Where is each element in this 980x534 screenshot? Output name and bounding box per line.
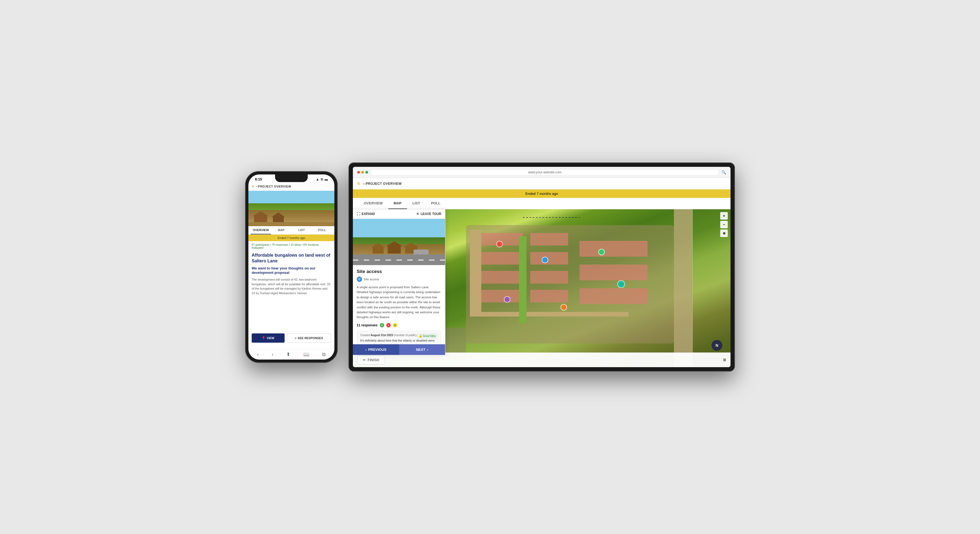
phone-title: Affordable bungalows on land west of Sal… [248, 252, 334, 266]
comment-header-text: Created August 31st 2023 (member of publ… [360, 334, 417, 337]
next-button[interactable]: NEXT › [399, 344, 445, 355]
finish-button-label: FINISH [368, 358, 379, 362]
browser-bar: www.your-website.com 🔍 [353, 167, 730, 178]
phone-notch [275, 174, 308, 182]
forward-arrow-icon[interactable]: › [272, 352, 273, 357]
next-label: NEXT [416, 347, 426, 352]
next-chevron-icon: › [427, 347, 428, 352]
tablet-tab-list[interactable]: LIST [407, 198, 426, 209]
tablet-ended-banner: Ended 7 months ago [353, 190, 730, 198]
tour-category-badge: ⊙ Site access [357, 277, 441, 282]
phone-tab-list[interactable]: LIST [291, 226, 312, 234]
prev-chevron-icon: ‹ [365, 347, 366, 352]
phone-banner-text: Ended 7 months ago [277, 236, 305, 239]
layer-button[interactable]: ⊞ [720, 230, 728, 237]
minimize-dot[interactable] [361, 171, 364, 174]
finish-button[interactable]: ✏ FINISH [357, 355, 385, 365]
pin-icon: 📍 [262, 336, 266, 340]
expand-icon: ⛶ [357, 212, 360, 216]
tablet-device: www.your-website.com 🔍 ≡ ‹ PROJECT OVERV… [348, 163, 735, 371]
category-label: Site access [364, 277, 379, 281]
zoom-out-button[interactable]: − [720, 221, 728, 228]
phone-ended-banner: Ended 7 months ago [248, 234, 334, 241]
comment-author: (member of public) [394, 334, 416, 337]
list-icon: ≡ [295, 336, 296, 340]
phone-device: 8:15 ▲ ⊙ ▬ ≡ ‹ PROJECT OVERVIEW [245, 171, 338, 363]
tablet-app-header: ≡ ‹ PROJECT OVERVIEW [353, 178, 730, 190]
previous-label: PREVIOUS [368, 347, 387, 352]
map-controls: + − ⊞ [720, 212, 728, 237]
back-nav[interactable]: ‹ PROJECT OVERVIEW [256, 185, 291, 188]
category-dot: ⊙ [357, 277, 362, 282]
phone-subtitle: We want to hear your thoughts on our dev… [248, 266, 334, 277]
map-marker-3[interactable] [598, 249, 605, 255]
search-icon[interactable]: 🔍 [722, 170, 726, 174]
battery-icon: ▬ [325, 177, 328, 181]
signal-icon: ▲ [316, 177, 319, 181]
responses-label: 11 responses [357, 324, 378, 327]
compass: N [711, 340, 722, 351]
tablet-back-chevron: ‹ [363, 182, 364, 186]
view-button-label: VIEW [267, 336, 274, 340]
close-icon: ✕ [416, 212, 419, 216]
share-icon[interactable]: ⬆ [286, 351, 290, 357]
red-response-count: 3 [387, 323, 391, 327]
phone-tab-overview[interactable]: OVERVIEW [251, 226, 271, 234]
tablet-content: + − ⊞ N ✏ FINISH ≡ [353, 209, 730, 367]
expand-button[interactable]: ⛶ EXPAND [357, 212, 375, 216]
category-icon: ⊙ [358, 278, 361, 281]
map-marker-4[interactable] [504, 296, 511, 303]
tour-panel: ⛶ EXPAND ✕ LEAVE TOUR [353, 209, 445, 355]
maximize-dot[interactable] [365, 171, 368, 174]
phone-nav: ≡ ‹ PROJECT OVERVIEW [248, 182, 334, 191]
see-responses-button[interactable]: ≡ SEE RESPONSES [287, 333, 331, 343]
tablet-back-nav[interactable]: ‹ PROJECT OVERVIEW [363, 182, 402, 186]
view-button[interactable]: 📍 VIEW [252, 333, 285, 343]
zoom-in-button[interactable]: + [720, 212, 728, 220]
bookmarks-icon[interactable]: 📖 [303, 351, 309, 357]
tabs-icon[interactable]: ⧉ [322, 352, 326, 357]
tablet-back-label: PROJECT OVERVIEW [366, 182, 402, 186]
green-response-count: 4 [380, 323, 384, 327]
hamburger-icon[interactable]: ≡ [252, 184, 254, 189]
phone-body: The development will consist of 43, two-… [248, 277, 334, 295]
tablet-banner-text: Ended 7 months ago [525, 191, 558, 196]
responses-count: 11 responses 4 3 0 [357, 323, 441, 327]
tablet-frame: www.your-website.com 🔍 ≡ ‹ PROJECT OVERV… [348, 163, 735, 371]
hamburger-menu-icon[interactable]: ≡ [723, 357, 726, 363]
comment-tag: 👍 Good Idea [417, 334, 438, 338]
previous-button[interactable]: ‹ PREVIOUS [353, 344, 399, 355]
tablet-screen: www.your-website.com 🔍 ≡ ‹ PROJECT OVERV… [353, 167, 730, 367]
tablet-tabs: OVERVIEW MAP LIST POLL [353, 198, 730, 209]
leave-tour-button[interactable]: ✕ LEAVE TOUR [416, 212, 441, 216]
phone-tab-poll[interactable]: POLL [312, 226, 332, 234]
url-bar[interactable]: www.your-website.com [370, 169, 719, 175]
created-label: Created [360, 334, 370, 337]
tour-nav-buttons: ‹ PREVIOUS NEXT › [353, 344, 445, 355]
map-marker-2[interactable] [542, 257, 548, 263]
tablet-hamburger-icon[interactable]: ≡ [357, 181, 360, 187]
tour-description: A single access point is proposed from S… [357, 285, 441, 320]
phone-tab-map[interactable]: MAP [271, 226, 291, 234]
phone-status-icons: ▲ ⊙ ▬ [316, 177, 328, 181]
phone-frame: 8:15 ▲ ⊙ ▬ ≡ ‹ PROJECT OVERVIEW [245, 171, 338, 363]
tablet-tab-poll[interactable]: POLL [426, 198, 446, 209]
map-marker-active[interactable] [617, 281, 625, 288]
expand-label: EXPAND [361, 212, 375, 216]
back-arrow-icon[interactable]: ‹ [257, 352, 259, 357]
tour-image [353, 219, 445, 265]
back-label: PROJECT OVERVIEW [258, 185, 291, 188]
phone-time: 8:15 [255, 177, 262, 181]
leave-tour-label: LEAVE TOUR [421, 212, 441, 216]
browser-traffic-lights [357, 171, 368, 174]
tour-panel-header: ⛶ EXPAND ✕ LEAVE TOUR [353, 209, 445, 219]
phone-screen: 8:15 ▲ ⊙ ▬ ≡ ‹ PROJECT OVERVIEW [248, 174, 334, 360]
phone-hero-image [248, 191, 334, 226]
phone-tabs: OVERVIEW MAP LIST POLL [248, 226, 334, 234]
tablet-tab-overview[interactable]: OVERVIEW [358, 198, 388, 209]
thumbs-up-icon: 👍 [419, 335, 422, 338]
tour-content: Site access ⊙ Site access A single acces… [353, 265, 445, 355]
comment-header: Created August 31st 2023 (member of publ… [360, 334, 438, 337]
close-dot[interactable] [357, 171, 360, 174]
tablet-tab-map[interactable]: MAP [388, 198, 407, 209]
